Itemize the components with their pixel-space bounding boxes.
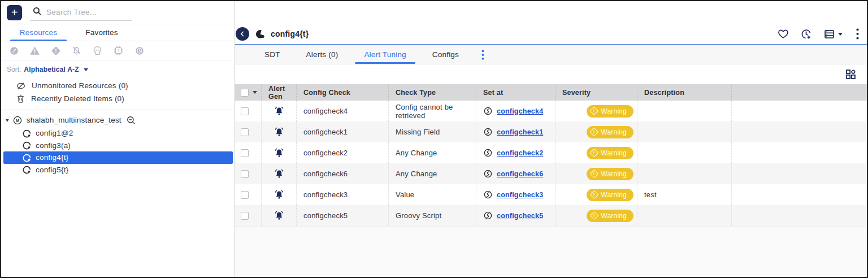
col-check-type[interactable]: Check Type	[388, 84, 476, 101]
description-cell	[637, 121, 731, 142]
description-cell	[637, 163, 731, 184]
row-checkbox[interactable]	[241, 128, 249, 136]
severity-cell: ! Warning	[555, 184, 637, 205]
sdt-clock-icon[interactable]	[134, 45, 145, 56]
customize-columns-icon[interactable]	[845, 68, 857, 80]
unmonitored-chip-icon[interactable]: ?	[113, 45, 124, 56]
dead-skull-icon[interactable]	[92, 45, 103, 56]
alert-error-triangle-icon[interactable]	[29, 45, 40, 56]
set-at-link[interactable]: configcheck3	[497, 191, 543, 199]
alert-gen-cell	[261, 101, 296, 121]
config-instance-icon	[23, 165, 32, 174]
trash-icon	[16, 94, 25, 103]
chevron-down-icon[interactable]: ▾	[6, 117, 9, 124]
chevron-down-icon[interactable]	[253, 91, 257, 94]
set-at-cell: configcheck2	[476, 142, 555, 163]
check-type-cell: Value	[388, 184, 476, 205]
tree-item-config5[interactable]: config5{t}	[3, 164, 233, 176]
header-actions	[778, 24, 859, 44]
select-all-header[interactable]	[235, 84, 261, 101]
col-config-check[interactable]: Config Check	[296, 84, 388, 101]
sdt-schedule-icon[interactable]	[800, 28, 812, 40]
bell-ring-icon	[274, 189, 285, 201]
alert-warning-diamond-icon[interactable]	[50, 45, 61, 56]
row-checkbox[interactable]	[241, 191, 249, 199]
warning-diamond-icon: !	[590, 211, 599, 220]
description-cell	[637, 142, 731, 163]
tree-search[interactable]	[30, 4, 132, 21]
chevron-down-icon[interactable]	[84, 68, 88, 71]
tab-alerts[interactable]: Alerts (0)	[297, 45, 348, 64]
tab-resources[interactable]: Resources	[10, 24, 67, 41]
zoom-out-icon[interactable]	[126, 115, 136, 125]
config-check-cell: configcheck2	[296, 142, 388, 163]
tab-alert-tuning[interactable]: Alert Tuning	[355, 45, 415, 64]
empty-cell	[731, 101, 867, 121]
alert-critical-icon[interactable]	[8, 45, 19, 56]
set-at-link[interactable]: configcheck4	[497, 107, 543, 115]
set-at-cell: configcheck4	[476, 101, 555, 121]
datasource-icon	[483, 190, 493, 199]
multi-instance-group-icon: M	[12, 115, 23, 125]
svg-text:M: M	[16, 118, 19, 123]
tab-favorites[interactable]: Favorites	[73, 24, 130, 41]
col-set-at[interactable]: Set at	[476, 84, 555, 101]
severity-cell: ! Warning	[555, 142, 637, 163]
warning-diamond-icon: !	[590, 149, 599, 158]
search-input[interactable]	[46, 8, 125, 16]
empty-cell	[731, 184, 867, 205]
tree-item-config3[interactable]: config3(a)	[3, 140, 233, 152]
tab-sdt[interactable]: SDT	[255, 45, 289, 64]
collapse-back-button[interactable]	[236, 27, 249, 41]
set-at-link[interactable]: configcheck6	[497, 170, 543, 178]
favorite-heart-icon[interactable]	[778, 28, 789, 40]
recently-deleted-label: Recently Deleted Items (0)	[31, 94, 124, 103]
tree-item-config4-selected[interactable]: config4{t}	[3, 151, 233, 164]
row-select-cell	[235, 142, 261, 163]
select-all-checkbox[interactable]	[241, 89, 249, 97]
col-alert-gen[interactable]: Alert Gen	[261, 84, 296, 101]
datasource-icon	[483, 148, 493, 158]
tab-configs[interactable]: Configs	[423, 45, 468, 64]
col-description[interactable]: Description	[637, 84, 731, 101]
sort-dropdown[interactable]: Alphabetical A-Z	[24, 66, 79, 73]
row-select-cell	[235, 163, 261, 184]
severity-cell: ! Warning	[555, 163, 637, 184]
tree-item-config1[interactable]: config1@2	[3, 127, 233, 140]
device-table-icon	[823, 28, 835, 40]
config-check-cell: configcheck1	[296, 121, 388, 142]
resource-view-selector[interactable]	[823, 28, 843, 40]
row-checkbox[interactable]	[241, 149, 249, 157]
set-at-cell: configcheck1	[476, 121, 555, 142]
set-at-link[interactable]: configcheck5	[497, 212, 543, 220]
table-row: configcheck2 Any Change configcheck2 ! W…	[235, 142, 867, 163]
recently-deleted-item[interactable]: Recently Deleted Items (0)	[1, 92, 234, 105]
table-footer-space	[235, 226, 867, 277]
col-severity[interactable]: Severity	[555, 84, 637, 101]
top-spacer	[235, 1, 867, 24]
set-at-link[interactable]: configcheck1	[497, 128, 543, 136]
empty-cell	[731, 121, 867, 142]
config-instance-icon	[23, 153, 32, 162]
description-cell: test	[637, 184, 731, 205]
unmonitored-resources-item[interactable]: Unmonitored Resources (0)	[1, 79, 234, 92]
datasource-icon	[483, 211, 493, 220]
set-at-cell: configcheck5	[476, 205, 555, 226]
row-select-cell	[235, 184, 261, 205]
set-at-link[interactable]: configcheck2	[497, 149, 543, 157]
tree-item-label: config1@2	[36, 129, 73, 137]
row-checkbox[interactable]	[241, 170, 249, 178]
datasource-icon	[483, 106, 493, 116]
tree-group-row[interactable]: ▾ M shalabh_multiinstance_test	[1, 113, 234, 127]
unmonitored-resources-label: Unmonitored Resources (0)	[32, 81, 128, 90]
sort-control: Sort: Alphabetical A-Z	[7, 66, 234, 73]
alerting-disabled-bell-slash-icon[interactable]	[71, 45, 82, 56]
description-cell	[637, 205, 731, 226]
more-options-kebab-icon[interactable]	[856, 28, 859, 40]
tabs-overflow-kebab-icon[interactable]	[481, 45, 484, 64]
row-checkbox[interactable]	[241, 212, 249, 220]
sidebar-topbar: +	[1, 1, 234, 24]
add-resource-button[interactable]: +	[7, 5, 22, 20]
detail-header: config4{t}	[235, 24, 867, 44]
row-checkbox[interactable]	[241, 107, 249, 115]
